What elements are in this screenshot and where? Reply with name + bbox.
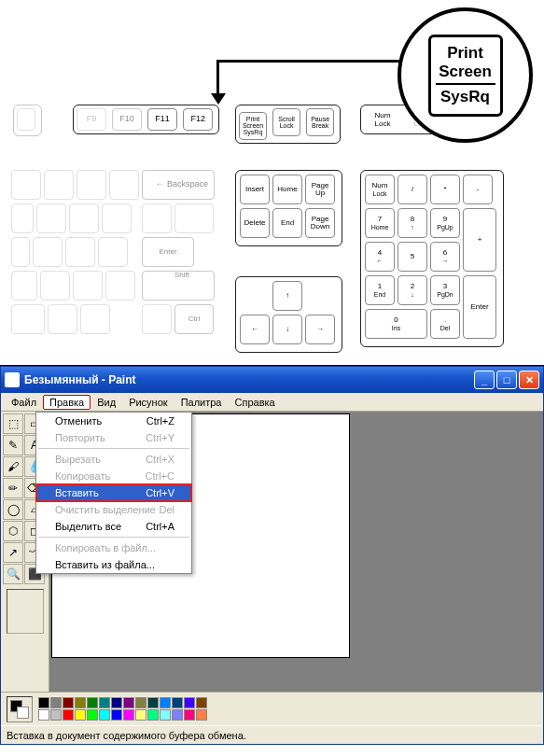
color-swatch[interactable]: [87, 709, 98, 721]
menu-item-повторить: ПовторитьCtrl+Y: [36, 429, 191, 446]
fg-bg-selector[interactable]: [7, 696, 33, 722]
key-shift: Shift: [142, 271, 215, 301]
key-printscreen: PrintScreenSysRq: [239, 112, 267, 140]
color-swatch[interactable]: [172, 697, 183, 708]
menu-palette[interactable]: Палитра: [174, 395, 229, 410]
key-minus: -: [463, 175, 493, 204]
menu-item-label: Копировать: [55, 470, 110, 482]
color-swatch[interactable]: [196, 697, 207, 708]
color-swatch[interactable]: [184, 697, 195, 708]
key-pausebreak: PauseBreak: [306, 108, 334, 136]
menu-item-отменить[interactable]: ОтменитьCtrl+Z: [36, 413, 191, 429]
keyboard-diagram: Print Screen SysRq F9 F10 F11 F12 PrintS…: [0, 0, 544, 366]
color-swatch[interactable]: [75, 697, 86, 708]
titlebar[interactable]: Безымянный - Paint _ □ ✕: [1, 367, 543, 393]
callout-arrow-down: [216, 60, 219, 95]
minimize-button[interactable]: _: [474, 371, 495, 389]
callout-key: Print Screen SysRq: [428, 35, 503, 117]
color-swatch[interactable]: [111, 709, 122, 721]
numlock-label: Num Lock: [370, 111, 395, 128]
color-swatch[interactable]: [160, 709, 171, 721]
color-swatch[interactable]: [99, 697, 110, 708]
color-swatch[interactable]: [123, 697, 134, 708]
callout-line3: SysRq: [440, 88, 490, 106]
menu-separator: [38, 448, 189, 449]
menu-item-label: Очистить выделение: [55, 504, 156, 515]
key-right: →: [305, 315, 335, 344]
menu-separator: [38, 537, 189, 538]
key-ctrl: Ctrl: [174, 304, 214, 334]
key-numdot: .Del: [430, 309, 460, 339]
color-swatch[interactable]: [160, 697, 171, 708]
tool-14[interactable]: 🔍: [3, 564, 23, 584]
menu-item-label: Повторить: [55, 432, 105, 443]
tool-6[interactable]: ✏: [3, 478, 23, 498]
key-pagedown: PageDown: [305, 208, 335, 238]
menu-item-shortcut: Del: [159, 504, 174, 515]
color-swatch[interactable]: [63, 709, 74, 721]
app-icon: [5, 372, 20, 387]
menu-item-label: Вставить из файла...: [55, 559, 155, 570]
color-swatch[interactable]: [87, 697, 98, 708]
callout-line2: Screen: [439, 63, 492, 81]
color-swatch[interactable]: [135, 709, 146, 721]
key-delete: Delete: [240, 208, 270, 238]
menu-edit[interactable]: Правка: [43, 395, 91, 410]
maximize-button[interactable]: □: [496, 371, 517, 389]
close-button[interactable]: ✕: [519, 371, 539, 389]
callout-arrow-line: [216, 60, 412, 63]
edit-dropdown: ОтменитьCtrl+ZПовторитьCtrl+YВырезатьCtr…: [35, 412, 192, 574]
color-palette: [38, 697, 207, 721]
color-swatch[interactable]: [38, 709, 49, 721]
key-num7: 7Home: [365, 208, 395, 238]
menu-item-shortcut: Ctrl+C: [146, 470, 174, 482]
key-numlock: NumLock: [365, 175, 395, 204]
callout-line1: Print: [447, 44, 483, 63]
tool-8[interactable]: ◯: [3, 499, 23, 520]
tool-12[interactable]: ↗: [3, 542, 23, 563]
workspace: ⬚▭✎A🖌💧✏⌫◯▱⬡◻↗〰🔍⬛ ОтменитьCtrl+ZПовторить…: [1, 412, 543, 692]
color-swatch[interactable]: [38, 697, 49, 708]
color-swatch[interactable]: [184, 709, 195, 721]
key-num0: 0Ins: [365, 309, 427, 339]
key-pageup: PageUp: [305, 175, 335, 204]
color-swatch[interactable]: [147, 697, 159, 708]
menu-item-shortcut: Ctrl+V: [146, 487, 174, 498]
status-text: Вставка в документ содержимого буфера об…: [7, 730, 246, 741]
color-swatch[interactable]: [172, 709, 183, 721]
tool-10[interactable]: ⬡: [3, 521, 23, 541]
key-home: Home: [272, 175, 302, 204]
color-swatch[interactable]: [63, 697, 74, 708]
color-swatch[interactable]: [147, 709, 159, 721]
key-f11: F11: [147, 108, 177, 131]
color-swatch[interactable]: [99, 709, 110, 721]
tool-4[interactable]: 🖌: [3, 456, 23, 477]
color-swatch[interactable]: [50, 709, 62, 721]
color-swatch[interactable]: [50, 697, 62, 708]
menu-item-вставить-из-файла-[interactable]: Вставить из файла...: [36, 556, 191, 573]
menu-item-вставить[interactable]: ВставитьCtrl+V: [36, 484, 191, 501]
color-swatch[interactable]: [196, 709, 207, 721]
tool-0[interactable]: ⬚: [3, 413, 23, 434]
menu-item-label: Выделить все: [55, 521, 121, 532]
menu-view[interactable]: Вид: [91, 395, 122, 410]
key-f12: F12: [183, 108, 213, 131]
key-up: ↑: [272, 281, 302, 311]
menu-file[interactable]: Файл: [5, 395, 43, 410]
key-down: ↓: [272, 315, 302, 344]
key-f9: F9: [77, 108, 106, 131]
color-swatch[interactable]: [111, 697, 122, 708]
color-swatch[interactable]: [75, 709, 86, 721]
key-divide: /: [398, 175, 427, 204]
color-swatch[interactable]: [135, 697, 146, 708]
color-swatch[interactable]: [123, 709, 134, 721]
menu-item-выделить-все[interactable]: Выделить всеCtrl+A: [36, 518, 191, 535]
statusbar: Вставка в документ содержимого буфера об…: [1, 725, 543, 744]
menu-image[interactable]: Рисунок: [122, 395, 174, 410]
key-num8: 8↑: [398, 208, 427, 238]
tool-2[interactable]: ✎: [3, 435, 23, 455]
key-numpad-enter: Enter: [463, 275, 496, 339]
menubar: Файл Правка Вид Рисунок Палитра Справка: [1, 393, 543, 412]
menu-help[interactable]: Справка: [229, 395, 282, 410]
callout-divider: [436, 83, 495, 85]
